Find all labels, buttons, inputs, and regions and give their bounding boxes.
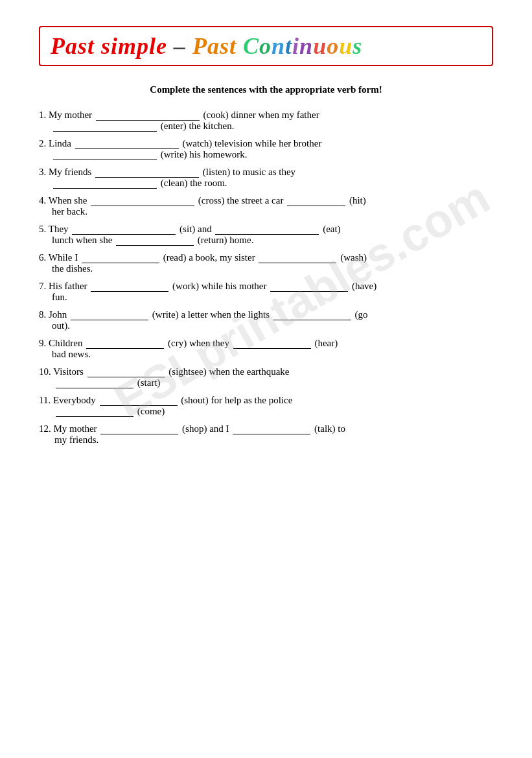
sentence-5: 5. They (sit) and (eat) lunch when she (…	[39, 224, 493, 246]
s8-blank1[interactable]	[71, 320, 148, 320]
s6-t2: (read) a book, my sister	[163, 252, 258, 263]
s2-blank2[interactable]	[53, 160, 157, 160]
s9-blank2[interactable]	[233, 348, 311, 349]
sentence-10-line1: 10. Visitors (sightsee) when the earthqu…	[39, 366, 493, 377]
s8-blank2[interactable]	[273, 320, 351, 320]
s12-blank1[interactable]	[100, 434, 178, 434]
s4-t4: her back.	[52, 206, 87, 217]
s2-t1: Linda	[49, 138, 74, 148]
sentence-11-line2: (come)	[39, 406, 493, 417]
s6-blank2[interactable]	[259, 263, 336, 263]
title-past2: Past	[192, 33, 237, 59]
s9-t1: Children	[49, 338, 85, 348]
s12-t3: (talk) to	[314, 423, 345, 434]
s7-blank1[interactable]	[91, 291, 168, 292]
s1-blank2[interactable]	[53, 131, 157, 132]
s3-num: 3.	[39, 167, 49, 177]
sentence-6-line1: 6. While I (read) a book, my sister (was…	[39, 252, 493, 263]
s10-blank2[interactable]	[56, 388, 133, 388]
title-box: Past simple – Past Continuous	[39, 26, 493, 66]
sentence-6: 6. While I (read) a book, my sister (was…	[39, 252, 493, 274]
sentence-2: 2. Linda (watch) television while her br…	[39, 138, 493, 160]
sentence-11: 11. Everybody (shout) for help as the po…	[39, 395, 493, 417]
s4-t2: (cross) the street a car	[198, 195, 286, 206]
s5-blank3[interactable]	[116, 245, 194, 246]
s12-t2: (shop) and I	[182, 423, 231, 434]
sentence-7-line2: fun.	[39, 292, 493, 303]
title-dash: –	[167, 33, 192, 59]
s4-blank2[interactable]	[287, 206, 345, 206]
s5-t2: (sit) and	[179, 224, 214, 234]
sentence-9-line2: bad news.	[39, 349, 493, 360]
s12-t1: My mother	[54, 423, 100, 434]
s6-t1: While I	[49, 252, 80, 263]
sentence-9: 9. Children (cry) when they (hear) bad n…	[39, 338, 493, 360]
s4-t1: When she	[49, 195, 89, 206]
sentences-list: 1. My mother (cook) dinner when my fathe…	[39, 110, 493, 445]
sentence-5-line2: lunch when she (return) home.	[39, 235, 493, 246]
s8-t4: out).	[52, 320, 70, 331]
s3-blank2[interactable]	[53, 188, 157, 189]
s7-num: 7.	[39, 281, 49, 291]
s11-blank2[interactable]	[56, 416, 133, 417]
s3-t3: (clean) the room.	[161, 178, 227, 188]
s6-blank1[interactable]	[82, 263, 159, 263]
s12-t4: my friends.	[54, 434, 98, 445]
sentence-1-line1: 1. My mother (cook) dinner when my fathe…	[39, 110, 493, 121]
s4-blank1[interactable]	[91, 206, 194, 206]
s5-t1: They	[49, 224, 71, 234]
sentence-11-line1: 11. Everybody (shout) for help as the po…	[39, 395, 493, 406]
sentence-2-line2: (write) his homework.	[39, 149, 493, 160]
sentence-12-line1: 12. My mother (shop) and I (talk) to	[39, 423, 493, 434]
s9-blank1[interactable]	[86, 348, 164, 349]
s10-t2: (sightsee) when the earthquake	[168, 366, 289, 377]
s11-t1: Everybody	[53, 395, 98, 405]
s10-num: 10.	[39, 366, 53, 377]
s9-t3: (hear)	[314, 338, 338, 348]
s4-num: 4.	[39, 195, 49, 206]
s6-t3: (wash)	[340, 252, 367, 263]
s1-t3: (enter) the kitchen.	[161, 121, 235, 131]
sentence-6-line2: the dishes.	[39, 263, 493, 274]
sentence-3-line1: 3. My friends (listen) to music as they	[39, 167, 493, 178]
s3-t2: (listen) to music as they	[203, 167, 295, 177]
sentence-7: 7. His father (work) while his mother (h…	[39, 281, 493, 303]
s12-num: 12.	[39, 423, 54, 434]
sentence-8: 8. John (write) a letter when the lights…	[39, 309, 493, 331]
s11-t2: (shout) for help as the police	[181, 395, 292, 405]
subtitle: Complete the sentences with the appropri…	[39, 84, 493, 95]
s6-num: 6.	[39, 252, 49, 263]
sentence-10-line2: (start)	[39, 377, 493, 388]
sentence-3-line2: (clean) the room.	[39, 178, 493, 189]
s7-blank2[interactable]	[270, 291, 348, 292]
s2-t2: (watch) television while her brother	[183, 138, 322, 148]
sentence-10: 10. Visitors (sightsee) when the earthqu…	[39, 366, 493, 388]
sentence-7-line1: 7. His father (work) while his mother (h…	[39, 281, 493, 292]
s4-t3: (hit)	[349, 195, 366, 206]
s8-num: 8.	[39, 309, 49, 320]
s2-num: 2.	[39, 138, 49, 148]
s9-num: 9.	[39, 338, 49, 348]
s8-t2: (write) a letter when the lights	[152, 309, 272, 320]
s5-t4: lunch when she	[52, 235, 115, 245]
title-continuous: Continuous	[243, 33, 362, 59]
s9-t2: (cry) when they	[168, 338, 232, 348]
sentence-8-line1: 8. John (write) a letter when the lights…	[39, 309, 493, 320]
sentence-8-line2: out).	[39, 320, 493, 331]
sentence-1-line2: (enter) the kitchen.	[39, 121, 493, 132]
s6-t4: the dishes.	[52, 263, 93, 274]
s11-t3: (come)	[137, 406, 165, 416]
sentence-2-line1: 2. Linda (watch) television while her br…	[39, 138, 493, 149]
s8-t3: (go	[355, 309, 368, 320]
s1-t1: My mother	[49, 110, 95, 120]
s11-num: 11.	[39, 395, 53, 405]
sentence-3: 3. My friends (listen) to music as they …	[39, 167, 493, 189]
s8-t1: John	[49, 309, 69, 320]
s7-t1: His father	[49, 281, 87, 291]
title-past: Past simple	[51, 33, 167, 59]
sentence-4-line2: her back.	[39, 206, 493, 217]
s7-t4: fun.	[52, 292, 67, 302]
s12-blank2[interactable]	[233, 434, 310, 434]
s10-t3: (start)	[137, 377, 161, 388]
s2-t3: (write) his homework.	[161, 149, 248, 160]
